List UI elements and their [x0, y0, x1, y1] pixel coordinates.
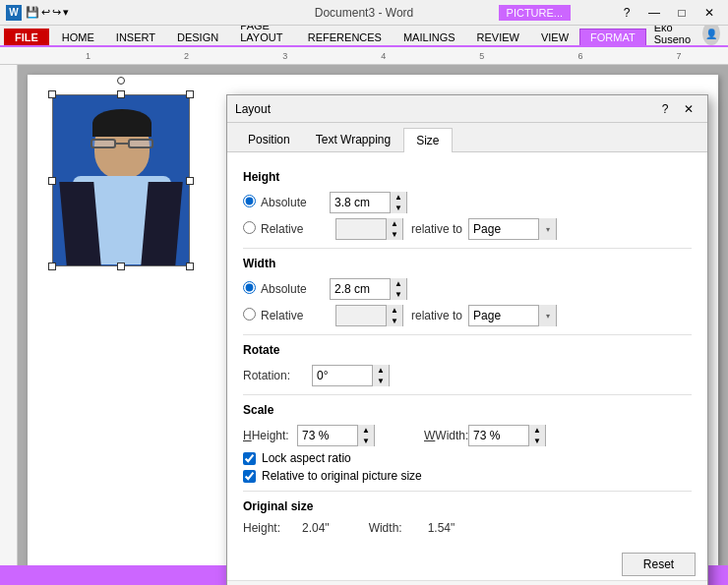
- width-section-header: Width: [243, 257, 692, 270]
- scale-width-label: WWidth:: [424, 429, 468, 442]
- rotation-up[interactable]: ▲: [373, 365, 389, 376]
- height-relative-radio[interactable]: [243, 221, 256, 234]
- width-absolute-up[interactable]: ▲: [391, 278, 406, 289]
- width-relative-up[interactable]: ▲: [387, 305, 402, 316]
- scale-height-up[interactable]: ▲: [358, 425, 374, 436]
- height-relative-input[interactable]: [336, 219, 386, 239]
- scale-width-down[interactable]: ▼: [529, 436, 545, 446]
- height-absolute-spinner: ▲ ▼: [390, 192, 406, 213]
- layout-dialog: Layout ? ✕ Position Text Wrapping Size H…: [226, 94, 708, 585]
- relative-original-checkbox[interactable]: [243, 470, 256, 483]
- width-absolute-down[interactable]: ▼: [391, 289, 406, 300]
- separator-2: [243, 334, 692, 335]
- tab-view[interactable]: VIEW: [530, 29, 579, 45]
- height-relative-input-wrap: ▲ ▼: [335, 218, 403, 240]
- height-relative-label: Relative: [261, 222, 330, 236]
- separator-3: [243, 394, 692, 395]
- redo-icon[interactable]: ↪: [52, 6, 61, 19]
- dialog-close-button[interactable]: ✕: [678, 99, 699, 119]
- reset-button[interactable]: Reset: [622, 553, 696, 576]
- height-page-arrow: ▾: [538, 218, 556, 240]
- rotation-label: Rotation:: [243, 369, 312, 382]
- width-absolute-label: Absolute: [261, 282, 330, 296]
- height-page-dropdown[interactable]: Page ▾: [468, 218, 557, 240]
- undo-icon[interactable]: ↩: [41, 6, 50, 19]
- save-icon[interactable]: 💾: [26, 6, 39, 19]
- relative-original-row: Relative to original picture size: [243, 469, 692, 483]
- tab-home[interactable]: HOME: [51, 29, 105, 45]
- width-relative-input[interactable]: [336, 306, 386, 325]
- tab-review[interactable]: REVIEW: [466, 29, 530, 45]
- separator-1: [243, 248, 692, 249]
- width-relative-row: Relative ▲ ▼ relative to Page ▾: [243, 305, 692, 326]
- width-relative-to-label: relative to: [411, 309, 462, 322]
- dialog-overlay: Layout ? ✕ Position Text Wrapping Size H…: [0, 65, 728, 565]
- title-bar: W 💾 ↩ ↪ ▾ Document3 - Word PICTURE... ? …: [0, 0, 728, 26]
- minimize-button[interactable]: —: [641, 2, 667, 24]
- width-relative-radio[interactable]: [243, 308, 256, 321]
- lock-aspect-row: Lock aspect ratio: [243, 451, 692, 465]
- quick-access: 💾 ↩ ↪ ▾: [26, 6, 69, 19]
- orig-width-label: Width:: [369, 521, 428, 535]
- width-absolute-radio[interactable]: [243, 281, 256, 294]
- height-relative-up[interactable]: ▲: [387, 218, 402, 229]
- close-button[interactable]: ✕: [697, 2, 722, 24]
- scale-height-input[interactable]: [298, 426, 357, 445]
- ribbon-tabs: FILE HOME INSERT DESIGN PAGE LAYOUT REFE…: [0, 26, 728, 47]
- scale-height-spinner: ▲ ▼: [357, 425, 374, 446]
- height-page-select[interactable]: Page: [469, 219, 538, 239]
- width-page-dropdown[interactable]: Page ▾: [468, 305, 557, 326]
- height-relative-down[interactable]: ▼: [387, 229, 402, 240]
- height-absolute-input[interactable]: [331, 193, 390, 212]
- orig-height-label: Height:: [243, 521, 302, 535]
- tab-format[interactable]: FORMAT: [579, 29, 646, 45]
- scale-height-label: HHeight:: [243, 429, 297, 442]
- rotation-down[interactable]: ▼: [373, 376, 389, 386]
- dropdown-icon[interactable]: ▾: [63, 6, 69, 19]
- scale-width-input-wrap: ▲ ▼: [468, 425, 546, 446]
- tab-design[interactable]: DESIGN: [166, 29, 229, 45]
- rotation-row: Rotation: ▲ ▼: [243, 365, 692, 386]
- height-absolute-input-wrap: ▲ ▼: [330, 192, 407, 213]
- original-size-row: Height: 2.04" Width: 1.54": [243, 521, 692, 535]
- width-absolute-input-wrap: ▲ ▼: [330, 278, 407, 300]
- height-absolute-label: Absolute: [261, 196, 330, 209]
- scale-height-down[interactable]: ▼: [358, 436, 374, 446]
- rotation-input[interactable]: [313, 366, 372, 385]
- maximize-button[interactable]: □: [669, 2, 695, 24]
- scale-width-input[interactable]: [469, 426, 528, 445]
- relative-original-label: Relative to original picture size: [262, 469, 422, 483]
- tab-insert[interactable]: INSERT: [105, 29, 166, 45]
- help-button[interactable]: ?: [614, 2, 639, 24]
- tab-references[interactable]: REFERENCES: [297, 29, 393, 45]
- width-relative-down[interactable]: ▼: [387, 316, 402, 326]
- width-page-select[interactable]: Page: [469, 306, 538, 325]
- height-relative-spinner: ▲ ▼: [386, 218, 402, 240]
- dialog-footer: OK Cancel: [227, 580, 707, 585]
- height-absolute-radio[interactable]: [243, 195, 256, 207]
- tab-position[interactable]: Position: [235, 127, 303, 151]
- scale-width-up[interactable]: ▲: [529, 425, 545, 436]
- height-relative-to-label: relative to: [411, 222, 462, 236]
- height-absolute-down[interactable]: ▼: [391, 203, 406, 213]
- dialog-body: Height Absolute ▲ ▼: [227, 152, 707, 549]
- lock-aspect-checkbox[interactable]: [243, 452, 256, 465]
- width-page-arrow: ▾: [538, 305, 556, 326]
- tab-size[interactable]: Size: [403, 128, 452, 152]
- original-size-header: Original size: [243, 499, 692, 513]
- width-absolute-spinner: ▲ ▼: [390, 278, 406, 300]
- height-absolute-up[interactable]: ▲: [391, 192, 406, 203]
- height-section-header: Height: [243, 170, 692, 184]
- reset-row: Reset: [227, 549, 707, 580]
- ruler: 1 2 3 4 5 6 7: [0, 47, 728, 65]
- tab-mailings[interactable]: MAILINGS: [393, 29, 466, 45]
- window-controls: ? — □ ✕: [614, 2, 722, 24]
- dialog-help-button[interactable]: ?: [654, 99, 676, 119]
- width-absolute-input[interactable]: [331, 279, 390, 299]
- rotate-section-header: Rotate: [243, 343, 692, 357]
- separator-4: [243, 491, 692, 492]
- dialog-tabs: Position Text Wrapping Size: [227, 123, 707, 152]
- width-relative-label: Relative: [261, 309, 330, 322]
- file-tab[interactable]: FILE: [4, 29, 49, 45]
- tab-text-wrapping[interactable]: Text Wrapping: [303, 127, 403, 151]
